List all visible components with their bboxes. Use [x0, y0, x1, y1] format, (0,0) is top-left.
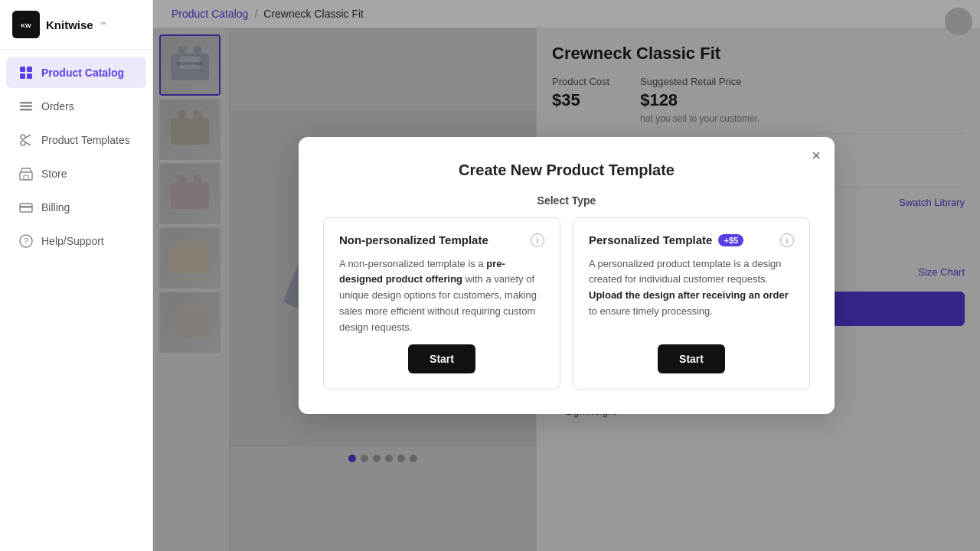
- modal-cards: Non-personalized Template i A non-person…: [323, 217, 810, 390]
- non-personalized-title-row: Non-personalized Template i: [339, 233, 544, 247]
- personalized-info-icon[interactable]: i: [780, 233, 794, 247]
- svg-rect-5: [27, 73, 32, 79]
- sidebar-item-store[interactable]: Store: [6, 158, 146, 189]
- sidebar: KW Knitwise ™ Product Catalog Orders Pro…: [0, 0, 153, 551]
- svg-rect-7: [20, 106, 32, 108]
- svg-point-10: [21, 141, 25, 145]
- svg-text:?: ?: [24, 236, 28, 246]
- sidebar-nav: Product Catalog Orders Product Templates…: [0, 50, 152, 551]
- knitwise-logo-icon: KW: [12, 11, 40, 38]
- list-icon: [18, 99, 34, 114]
- svg-rect-4: [20, 73, 25, 79]
- personalized-title-row: Personalized Template +$5 i: [589, 233, 794, 247]
- help-icon: ?: [18, 233, 34, 249]
- modal-close-button[interactable]: ×: [812, 148, 821, 163]
- svg-text:KW: KW: [21, 22, 31, 29]
- personalized-card: Personalized Template +$5 i A personaliz…: [573, 217, 810, 390]
- non-personalized-start-button[interactable]: Start: [408, 344, 475, 373]
- svg-rect-13: [20, 172, 32, 180]
- modal-overlay: × Create New Product Template Select Typ…: [153, 0, 980, 551]
- personalized-start-button[interactable]: Start: [658, 344, 725, 373]
- svg-rect-14: [24, 175, 28, 180]
- personalized-description: A personalized product template is a des…: [589, 256, 794, 320]
- sidebar-item-help-support[interactable]: ? Help/Support: [6, 226, 146, 256]
- grid-icon: [18, 65, 34, 80]
- svg-rect-3: [27, 67, 32, 72]
- non-personalized-description: A non-personalized template is a pre-des…: [339, 256, 544, 336]
- logo-text: Knitwise: [46, 18, 93, 31]
- logo-tm: ™: [100, 21, 106, 28]
- sidebar-label-store: Store: [41, 168, 67, 180]
- svg-rect-6: [20, 102, 32, 104]
- svg-rect-8: [20, 109, 32, 111]
- svg-point-9: [21, 135, 25, 139]
- store-icon: [18, 166, 34, 181]
- create-template-modal: × Create New Product Template Select Typ…: [299, 137, 835, 415]
- sidebar-item-product-templates[interactable]: Product Templates: [6, 125, 146, 155]
- modal-title: Create New Product Template: [323, 161, 810, 179]
- sidebar-label-orders: Orders: [41, 100, 74, 112]
- scissors-icon: [18, 132, 34, 148]
- non-personalized-card: Non-personalized Template i A non-person…: [323, 217, 560, 390]
- sidebar-label-product-templates: Product Templates: [41, 134, 130, 146]
- sidebar-label-help-support: Help/Support: [41, 235, 104, 247]
- sidebar-item-product-catalog[interactable]: Product Catalog: [6, 57, 146, 88]
- svg-rect-2: [20, 67, 25, 72]
- non-personalized-title: Non-personalized Template: [339, 233, 488, 246]
- non-personalized-info-icon[interactable]: i: [531, 233, 544, 247]
- modal-select-type-label: Select Type: [323, 194, 810, 207]
- sidebar-item-billing[interactable]: Billing: [6, 192, 146, 223]
- main-content: Product Catalog / Crewneck Classic Fit D…: [153, 0, 980, 551]
- sidebar-label-billing: Billing: [41, 201, 70, 214]
- sidebar-item-orders[interactable]: Orders: [6, 91, 146, 122]
- card-icon: [18, 200, 34, 215]
- logo-area: KW Knitwise ™: [0, 0, 152, 50]
- personalized-title: Personalized Template: [589, 233, 712, 246]
- svg-rect-16: [20, 206, 32, 208]
- sidebar-label-product-catalog: Product Catalog: [41, 67, 124, 79]
- personalized-badge: +$5: [718, 234, 743, 246]
